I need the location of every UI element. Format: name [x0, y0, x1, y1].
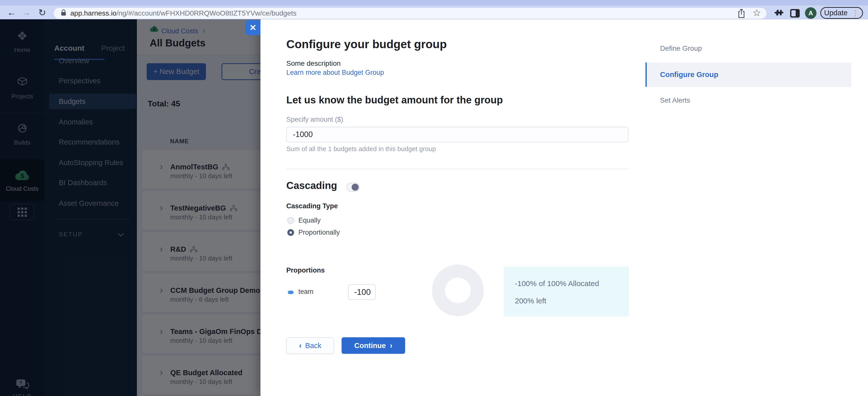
- lock-icon: [60, 9, 67, 18]
- cascading-heading: Cascading: [286, 180, 337, 191]
- browser-back-button[interactable]: ←: [5, 6, 18, 19]
- amount-field-label: Specify amount ($): [286, 116, 343, 124]
- cascading-type-label: Cascading Type: [286, 202, 338, 210]
- bookmark-star-icon[interactable]: ☆: [752, 7, 761, 18]
- amount-input[interactable]: [286, 127, 628, 142]
- modal-description: Some description: [286, 60, 341, 67]
- step-define-group[interactable]: Define Group: [660, 44, 702, 53]
- toggle-knob: [352, 184, 359, 191]
- cascading-toggle[interactable]: [346, 183, 360, 192]
- radio-equally-label[interactable]: Equally: [299, 217, 321, 224]
- browser-chrome: ← → ↻ app.harness.io/ng/#/account/wFHXHD…: [0, 0, 868, 19]
- allocation-donut-chart: [432, 264, 484, 316]
- team-proportion-input[interactable]: [348, 284, 376, 300]
- step-set-alerts[interactable]: Set Alerts: [660, 96, 690, 104]
- extensions-puzzle-icon[interactable]: [774, 8, 784, 19]
- close-button[interactable]: ✕: [245, 20, 260, 35]
- team-legend-dot: [288, 291, 293, 294]
- allocation-line-2: 200% left: [515, 297, 546, 305]
- address-bar[interactable]: app.harness.io/ng/#/account/wFHXHD0RRQWo…: [54, 8, 767, 19]
- browser-reload-button[interactable]: ↻: [36, 6, 48, 19]
- radio-proportionally[interactable]: [287, 229, 294, 236]
- chevron-right-icon: ›: [390, 341, 392, 350]
- avatar[interactable]: A: [805, 7, 816, 19]
- proportions-label: Proportions: [286, 266, 325, 274]
- modal-title: Configure your budget group: [286, 37, 447, 51]
- browser-update-button[interactable]: Update ⋮: [820, 7, 863, 19]
- url-text: app.harness.io/ng/#/account/wFHXHD0RRQWo…: [70, 9, 297, 17]
- chevron-left-icon: ‹: [299, 341, 302, 350]
- share-icon[interactable]: [737, 8, 746, 20]
- allocation-summary: -100% of 100% Allocated 200% left: [504, 266, 629, 317]
- allocation-line-1: -100% of 100% Allocated: [515, 279, 599, 288]
- continue-button[interactable]: Continue ›: [342, 337, 405, 354]
- step-configure-group[interactable]: Configure Group: [646, 63, 851, 87]
- side-panel-icon[interactable]: [790, 9, 800, 18]
- section-divider: [286, 169, 628, 169]
- browser-menu-dots-icon: ⋮: [852, 8, 859, 17]
- amount-section-heading: Let us know the budget amount for the gr…: [286, 94, 503, 106]
- close-icon: ✕: [249, 23, 257, 33]
- learn-more-link[interactable]: Learn more about Budget Group: [286, 69, 384, 76]
- browser-forward-button[interactable]: →: [20, 6, 32, 19]
- amount-helper-text: Sum of all the 1 budgets added in this b…: [286, 145, 436, 153]
- team-label: team: [299, 288, 313, 296]
- radio-equally[interactable]: [287, 217, 294, 224]
- configure-budget-group-modal: Configure your budget group Some descrip…: [260, 19, 868, 396]
- browser-tab-strip: [0, 0, 868, 5]
- back-button[interactable]: ‹ Back: [286, 337, 334, 354]
- radio-proportionally-label[interactable]: Proportionally: [299, 229, 340, 236]
